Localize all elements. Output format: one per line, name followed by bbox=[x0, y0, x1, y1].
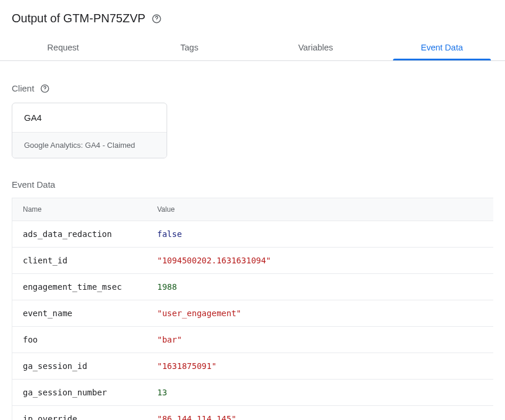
client-description: Google Analytics: GA4 - Claimed bbox=[12, 132, 167, 158]
cell-value: "1094500202.1631631094" bbox=[147, 248, 493, 273]
table-row[interactable]: ga_session_id"1631875091" bbox=[12, 353, 493, 380]
cell-value: "bar" bbox=[147, 327, 493, 353]
panel-header: Output of GTM-PN75ZVP bbox=[0, 0, 505, 35]
cell-name: ga_session_number bbox=[12, 380, 147, 405]
cell-name: engagement_time_msec bbox=[12, 274, 147, 300]
column-header-name: Name bbox=[12, 198, 147, 221]
table-header-row: Name Value bbox=[12, 198, 493, 221]
tab-tags[interactable]: Tags bbox=[126, 35, 252, 60]
help-icon[interactable] bbox=[40, 83, 50, 93]
table-row[interactable]: ads_data_redactionfalse bbox=[12, 221, 493, 248]
cell-value: "user_engagement" bbox=[147, 300, 493, 326]
cell-name: ads_data_redaction bbox=[12, 221, 147, 247]
cell-name: ga_session_id bbox=[12, 353, 147, 379]
table-row[interactable]: foo"bar" bbox=[12, 327, 493, 353]
table-row[interactable]: ga_session_number13 bbox=[12, 380, 493, 406]
help-icon[interactable] bbox=[151, 13, 162, 24]
cell-name: ip_override bbox=[12, 406, 147, 420]
svg-point-3 bbox=[45, 90, 45, 90]
table-row[interactable]: ip_override"86.144.114.145" bbox=[12, 406, 493, 420]
tab-event-data[interactable]: Event Data bbox=[379, 35, 505, 60]
client-section-header: Client bbox=[12, 83, 493, 93]
column-header-value: Value bbox=[147, 198, 493, 221]
cell-value: 1988 bbox=[147, 274, 493, 300]
table-row[interactable]: event_name"user_engagement" bbox=[12, 300, 493, 327]
tabs-bar: Request Tags Variables Event Data bbox=[0, 35, 505, 61]
page-title: Output of GTM-PN75ZVP bbox=[12, 12, 145, 25]
table-row[interactable]: client_id"1094500202.1631631094" bbox=[12, 248, 493, 274]
client-card[interactable]: GA4 Google Analytics: GA4 - Claimed bbox=[12, 103, 167, 158]
table-row[interactable]: engagement_time_msec1988 bbox=[12, 274, 493, 300]
cell-value: "86.144.114.145" bbox=[147, 406, 493, 420]
svg-point-1 bbox=[156, 20, 157, 21]
cell-value: 13 bbox=[147, 380, 493, 405]
cell-name: client_id bbox=[12, 248, 147, 273]
event-data-section-label: Event Data bbox=[12, 179, 493, 189]
cell-name: foo bbox=[12, 327, 147, 353]
cell-name: event_name bbox=[12, 300, 147, 326]
cell-value: "1631875091" bbox=[147, 353, 493, 379]
client-section-label: Client bbox=[12, 83, 34, 93]
cell-value: false bbox=[147, 221, 493, 247]
event-data-table: Name Value ads_data_redactionfalseclient… bbox=[12, 198, 493, 420]
tab-request[interactable]: Request bbox=[0, 35, 126, 60]
tab-variables[interactable]: Variables bbox=[253, 35, 379, 60]
client-name: GA4 bbox=[12, 103, 167, 132]
